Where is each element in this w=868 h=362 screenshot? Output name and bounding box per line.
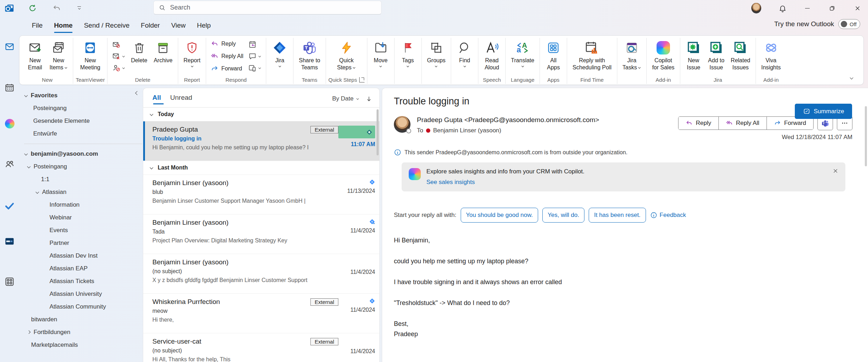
groups-button[interactable]: Groups: [424, 38, 448, 68]
menu-help[interactable]: Help: [191, 19, 216, 31]
sync-icon[interactable]: [28, 3, 37, 13]
favorites-header[interactable]: Favorites: [19, 89, 142, 102]
share-to-teams-button[interactable]: Share toTeams: [296, 38, 323, 72]
find-button[interactable]: Find: [454, 38, 476, 68]
summarize-button[interactable]: Summarize: [795, 104, 852, 119]
add-to-issue-button[interactable]: Add toIssue: [705, 38, 727, 72]
ignore-button[interactable]: [111, 39, 127, 50]
folder-information[interactable]: Information: [19, 199, 142, 211]
account-header[interactable]: benjamin@yasoon.com: [19, 148, 142, 160]
related-issues-button[interactable]: RelatedIssues: [728, 38, 753, 72]
folder-atlassian-eap[interactable]: Atlassian EAP: [19, 262, 142, 275]
all-apps-button[interactable]: AllApps: [542, 38, 564, 72]
favorite-entwuerfe[interactable]: Entwürfe: [19, 127, 142, 140]
reply-other-button[interactable]: [247, 63, 263, 73]
new-email-button[interactable]: NewEmail: [24, 38, 46, 72]
collapse-ribbon-chevron[interactable]: [850, 75, 854, 81]
mail-nav-icon[interactable]: [0, 42, 19, 52]
search-input[interactable]: Search: [153, 1, 381, 15]
reply-all-button[interactable]: Reply All: [718, 117, 767, 130]
jira-status-box[interactable]: [338, 126, 375, 138]
new-issue-button[interactable]: NewIssue: [683, 38, 705, 72]
calendar-nav-icon[interactable]: [0, 83, 19, 93]
folder-atlassian-community[interactable]: Atlassian Community: [19, 300, 142, 313]
email-row-pradeep-gupta[interactable]: Pradeep Gupta External Trouble logging i…: [143, 121, 379, 161]
archive-button[interactable]: Archive: [151, 38, 175, 65]
pinned-addin-icon[interactable]: [0, 236, 19, 246]
block-sender-button[interactable]: [111, 63, 127, 73]
favorite-posteingang[interactable]: Posteingang: [19, 102, 142, 115]
folder-bitwarden[interactable]: bitwarden: [19, 313, 142, 326]
folder-marketplacemails[interactable]: Marketplacemails: [19, 339, 142, 351]
reply-button[interactable]: Reply: [678, 117, 718, 130]
account-avatar[interactable]: [751, 3, 761, 13]
reply-button[interactable]: Reply: [209, 39, 245, 48]
email-row-meow[interactable]: Whiskerina Purrfection External meow Hi …: [143, 293, 379, 333]
list-scrollbar[interactable]: [377, 109, 379, 155]
move-button[interactable]: Move: [370, 38, 392, 68]
suggested-reply-1[interactable]: You should be good now.: [461, 208, 538, 223]
todo-nav-icon[interactable]: [0, 200, 19, 211]
see-sales-insights-link[interactable]: See sales insights: [426, 179, 475, 186]
sender-name-email[interactable]: Pradeep Gupta <PradeepG@yasoondemo.onmic…: [417, 116, 599, 124]
sender-avatar[interactable]: [394, 116, 410, 133]
sort-by-date[interactable]: By Date: [332, 95, 359, 102]
quick-steps-dialog-launcher[interactable]: [359, 77, 365, 82]
scheduling-poll-button[interactable]: Reply withScheduling Poll: [570, 38, 614, 72]
suggested-reply-3[interactable]: It has been reset.: [589, 208, 646, 223]
viva-insights-button[interactable]: VivaInsights: [758, 38, 783, 72]
minimize-button[interactable]: [802, 3, 812, 13]
recipient-name[interactable]: Benjamin Linser (yasoon): [433, 127, 501, 134]
folder-atlassian-dev-inst[interactable]: Atlassian Dev Inst: [19, 249, 142, 262]
translate-button[interactable]: aA Translate: [508, 38, 537, 68]
reply-all-button[interactable]: Reply All: [209, 52, 245, 61]
folder-fortbildungen[interactable]: Fortbildungen: [19, 326, 142, 339]
notifications-bell-icon[interactable]: [777, 3, 787, 13]
menu-folder[interactable]: Folder: [135, 19, 165, 31]
clean-up-button[interactable]: [111, 51, 127, 62]
tags-button[interactable]: Tags: [397, 38, 419, 68]
copilot-for-sales-button[interactable]: Copilotfor Sales: [649, 38, 677, 72]
favorite-gesendete-elemente[interactable]: Gesendete Elemente: [19, 115, 142, 127]
jira-tasks-button[interactable]: JiraTasks: [620, 38, 644, 72]
sort-direction-icon[interactable]: [366, 96, 372, 102]
email-row-no-subject-1[interactable]: Benjamin Linser (yasoon) (no subject) X …: [143, 254, 379, 293]
menu-home[interactable]: Home: [48, 19, 78, 31]
undo-icon[interactable]: [52, 3, 62, 13]
forward-button[interactable]: Forward: [209, 64, 245, 73]
new-outlook-toggle[interactable]: Off: [838, 19, 860, 29]
banner-close-icon[interactable]: [833, 168, 838, 174]
menu-send-receive[interactable]: Send / Receive: [78, 19, 135, 31]
section-today[interactable]: Today: [143, 107, 379, 121]
collapse-folder-pane-icon[interactable]: [135, 90, 139, 97]
folder-events[interactable]: Events: [19, 224, 142, 237]
tab-all[interactable]: All: [152, 94, 161, 104]
quick-steps-button[interactable]: QuickSteps: [334, 38, 359, 72]
people-nav-icon[interactable]: [0, 159, 19, 169]
im-reply-button[interactable]: [247, 51, 263, 62]
new-meeting-button[interactable]: NewMeeting: [77, 38, 103, 72]
menu-view[interactable]: View: [165, 19, 191, 31]
suggested-reply-2[interactable]: Yes, will do.: [542, 208, 584, 223]
qat-customize-icon[interactable]: [74, 3, 84, 13]
reading-pane-scrollbar[interactable]: [865, 106, 867, 166]
read-aloud-button[interactable]: ReadAloud: [481, 38, 503, 72]
folder-partner[interactable]: Partner: [19, 237, 142, 249]
folder-atlassian-tickets[interactable]: Atlassian Tickets: [19, 275, 142, 288]
copilot-nav-icon[interactable]: [0, 119, 19, 128]
section-last-month[interactable]: Last Month: [143, 161, 379, 174]
more-apps-icon[interactable]: [0, 277, 19, 287]
tab-unread[interactable]: Unread: [170, 94, 192, 104]
report-button[interactable]: Report: [181, 38, 203, 68]
email-row-no-subject-2[interactable]: Service-user-cat External (no subject) H…: [143, 333, 379, 362]
jira-button[interactable]: Jira: [269, 38, 291, 68]
restore-button[interactable]: [827, 3, 837, 13]
delete-button[interactable]: Delete: [128, 38, 150, 65]
feedback-link[interactable]: Feedback: [650, 212, 686, 219]
email-row-tada[interactable]: Benjamin Linser (yasoon) Tada Project Pl…: [143, 214, 379, 254]
folder-1-1[interactable]: 1:1: [19, 173, 142, 186]
folder-webinar[interactable]: Webinar: [19, 211, 142, 224]
folder-posteingang[interactable]: Posteingang: [19, 160, 142, 173]
new-items-button[interactable]: NewItems: [47, 38, 70, 72]
close-button[interactable]: [852, 3, 862, 13]
